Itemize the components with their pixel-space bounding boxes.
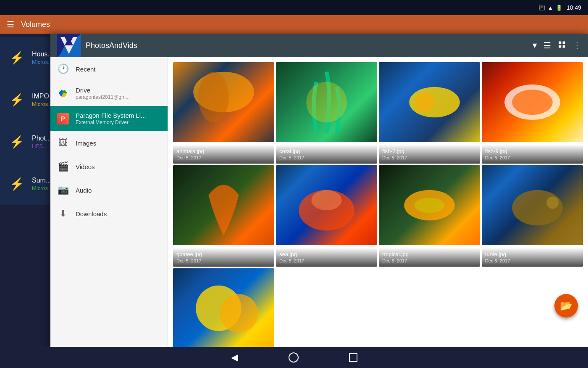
photo-item-coral[interactable]: coral.jpg Dec 5, 2017	[276, 62, 377, 164]
app-header: ☰ Volumes	[0, 15, 588, 34]
photo-overlay-fish2: fish-2.jpg Dec 5, 2017	[379, 145, 480, 164]
photo-date-animals: Dec 5, 2017	[176, 155, 271, 160]
hamburger-menu[interactable]: ☰	[7, 19, 14, 29]
fab-button[interactable]: 📂	[554, 294, 578, 318]
svg-point-17	[414, 92, 434, 112]
recents-button[interactable]	[349, 353, 357, 362]
dialog-header: PhotosAndVids ▼ ☰ ⋮	[50, 34, 588, 57]
status-bar: 📳 ▲ 🔋 10:49	[0, 0, 588, 15]
photo-item-fish2[interactable]: fish-2.jpg Dec 5, 2017	[379, 62, 480, 164]
usb-icon-impo: ⚡	[7, 90, 27, 110]
photo-date-goatee: Dec 5, 2017	[176, 258, 271, 263]
time-display: 10:49	[567, 4, 581, 11]
filter-icon[interactable]: ☰	[543, 40, 551, 50]
sidebar-item-paragon[interactable]: P Paragon File System Li... External Mem…	[50, 106, 168, 131]
sidebar: 🕐 Recent Drive	[50, 57, 168, 347]
photo-item-animals[interactable]: animals.jpg Dec 5, 2017	[173, 62, 274, 164]
photo-date-sea: Dec 5, 2017	[279, 258, 374, 263]
photo-overlay-animals: animals.jpg Dec 5, 2017	[173, 145, 274, 164]
more-vert-icon[interactable]: ⋮	[573, 40, 581, 50]
photo-overlay-coral: coral.jpg Dec 5, 2017	[276, 145, 377, 164]
svg-rect-4	[563, 41, 565, 44]
nav-bar: ◀	[0, 347, 588, 368]
vibrate-icon: 📳	[538, 5, 545, 11]
photo-date-tropical: Dec 5, 2017	[382, 258, 477, 263]
svg-point-27	[414, 198, 444, 213]
sidebar-label-audio: Audio	[76, 187, 92, 194]
sidebar-item-downloads[interactable]: ⬇ Downloads	[50, 202, 168, 225]
paragon-logo: P	[57, 113, 69, 124]
drive-icon	[57, 87, 69, 99]
paragon-icon: P	[57, 113, 69, 124]
sidebar-label-videos: Videos	[76, 163, 95, 170]
sidebar-sublabel-paragon: External Memory Driver	[76, 119, 146, 125]
sidebar-label-recent: Recent	[76, 66, 96, 73]
status-icons: 📳 ▲ 🔋 10:49	[538, 4, 581, 11]
sidebar-item-audio[interactable]: 📷 Audio	[50, 178, 168, 202]
photo-name-fish9: fish-9.jpg	[485, 148, 580, 154]
photo-name-goatee: goatee.jpg	[176, 251, 271, 257]
sidebar-text-audio: Audio	[76, 187, 92, 194]
header-actions: ☰ ⋮	[543, 40, 581, 51]
sidebar-item-videos[interactable]: 🎬 Videos	[50, 155, 168, 178]
dialog-body: 🕐 Recent Drive	[50, 57, 588, 347]
video-icon: 🎬	[57, 161, 69, 172]
sidebar-item-recent[interactable]: 🕐 Recent	[50, 57, 168, 81]
photo-overlay-turtle: turtle.jpg Dec 5, 2017	[482, 248, 583, 267]
sidebar-text-videos: Videos	[76, 163, 95, 170]
photo-name-turtle: turtle.jpg	[485, 251, 580, 257]
sidebar-item-drive[interactable]: Drive paragontest2011@gm...	[50, 81, 168, 106]
photo-item-goatee[interactable]: goatee.jpg Dec 5, 2017	[173, 165, 274, 267]
app-logo	[57, 34, 81, 57]
photo-item-zitro[interactable]: zitronenfalter-fish.jpg Dec 5, 2017	[173, 268, 274, 347]
photo-item-turtle[interactable]: turtle.jpg Dec 5, 2017	[482, 165, 583, 267]
photo-item-tropical[interactable]: tropical.jpg Dec 5, 2017	[379, 165, 480, 267]
sidebar-sublabel-drive: paragontest2011@gm...	[76, 94, 130, 100]
svg-point-14	[306, 82, 346, 122]
sidebar-text-paragon: Paragon File System Li... External Memor…	[76, 112, 146, 125]
sidebar-text-images: Images	[76, 140, 96, 147]
sidebar-text-downloads: Downloads	[76, 210, 107, 217]
photo-item-fish9[interactable]: fish-9.jpg Dec 5, 2017	[482, 62, 583, 164]
photo-overlay-goatee: goatee.jpg Dec 5, 2017	[173, 248, 274, 267]
photo-overlay-fish9: fish-9.jpg Dec 5, 2017	[482, 145, 583, 164]
photo-item-sea[interactable]: sea.jpg Dec 5, 2017	[276, 165, 377, 267]
sidebar-item-images[interactable]: 🖼 Images	[50, 131, 168, 155]
download-icon: ⬇	[57, 208, 69, 220]
photo-date-fish2: Dec 5, 2017	[382, 155, 477, 160]
sidebar-text-drive: Drive paragontest2011@gm...	[76, 87, 130, 100]
photo-overlay-tropical: tropical.jpg Dec 5, 2017	[379, 248, 480, 267]
dialog-title: PhotosAndVids	[86, 41, 526, 50]
grid-view-icon[interactable]	[558, 40, 566, 51]
usb-icon-house: ⚡	[7, 48, 27, 68]
photo-grid: animals.jpg Dec 5, 2017 coral.jpg Dec 5,…	[173, 62, 583, 347]
svg-rect-6	[563, 45, 565, 48]
svg-point-33	[220, 294, 258, 333]
photo-overlay-sea: sea.jpg Dec 5, 2017	[276, 248, 377, 267]
photo-date-fish9: Dec 5, 2017	[485, 155, 580, 160]
sidebar-label-downloads: Downloads	[76, 210, 107, 217]
photo-name-tropical: tropical.jpg	[382, 251, 477, 257]
home-button[interactable]	[289, 352, 299, 363]
photo-date-coral: Dec 5, 2017	[279, 155, 374, 160]
svg-point-30	[546, 197, 559, 209]
back-button[interactable]: ◀	[231, 352, 238, 363]
sidebar-label-drive: Drive	[76, 87, 130, 94]
app-background: ☰ Volumes ⚡ Hous... Micros... 983.0 MB U…	[0, 15, 588, 347]
content-area: animals.jpg Dec 5, 2017 coral.jpg Dec 5,…	[168, 57, 588, 347]
sidebar-text-recent: Recent	[76, 66, 96, 73]
dropdown-arrow[interactable]: ▼	[531, 41, 538, 50]
usb-icon-phot: ⚡	[7, 132, 27, 152]
battery-icon: 🔋	[556, 5, 562, 11]
svg-point-12	[198, 72, 228, 123]
svg-rect-5	[559, 45, 562, 48]
sidebar-label-paragon: Paragon File System Li...	[76, 112, 146, 119]
svg-rect-3	[559, 41, 562, 44]
audio-icon: 📷	[57, 184, 69, 196]
photo-name-animals: animals.jpg	[176, 148, 271, 154]
image-icon: 🖼	[57, 137, 69, 149]
photo-date-turtle: Dec 5, 2017	[485, 258, 580, 263]
wifi-icon: ▲	[548, 5, 553, 11]
file-browser-dialog: PhotosAndVids ▼ ☰ ⋮ 🕐	[50, 34, 588, 347]
sidebar-label-images: Images	[76, 140, 96, 147]
